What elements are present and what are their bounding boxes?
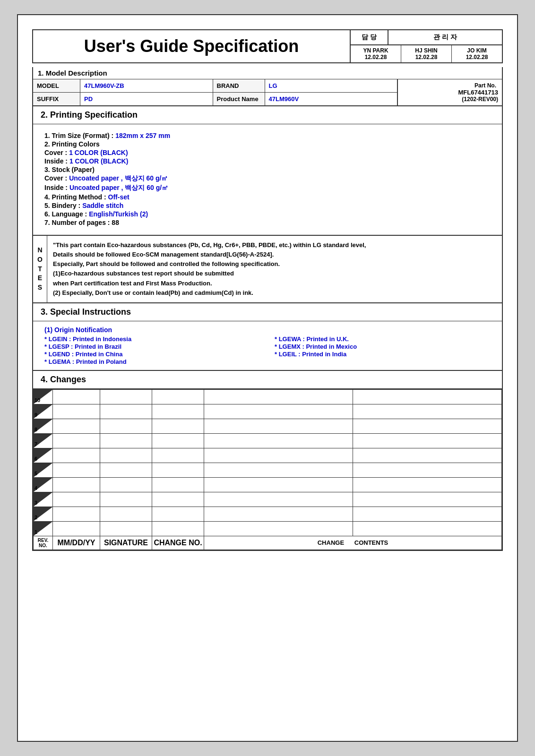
- contents-cell: [353, 463, 501, 477]
- table-row: 5: [34, 463, 502, 477]
- date-cell: [53, 463, 100, 477]
- model-section: 1. Model Description MODEL 47LM960V-ZB B…: [32, 67, 503, 106]
- chgno-cell: [152, 492, 204, 507]
- notes-line: when Part certification test and First M…: [53, 279, 496, 288]
- notes-line: Especially, Part should be followed and …: [53, 259, 496, 269]
- chgno-cell: [152, 433, 204, 448]
- model-label: MODEL: [33, 79, 80, 92]
- rev-cell: 10: [34, 389, 53, 404]
- rev-cell: 8: [34, 419, 53, 433]
- special-item: * LGEIN : Printed in Indonesia: [44, 335, 260, 343]
- footer-chgno: CHANGE NO.: [152, 536, 204, 550]
- date-cell: [53, 507, 100, 521]
- table-row: 6: [34, 448, 502, 463]
- rev-number: 8: [35, 427, 37, 432]
- special-item: * LGEND : Printed in China: [44, 351, 260, 358]
- contents-cell: [353, 433, 501, 448]
- sig-cell: [100, 521, 152, 536]
- special-item: * LGEIL : Printed in India: [275, 351, 491, 358]
- chgno-cell: [152, 507, 204, 521]
- special-item: * LGEMA : Printed in Poland: [44, 358, 260, 365]
- sig-cell: [100, 419, 152, 433]
- print-spec-line: 4. Printing Method : Off-set: [44, 193, 491, 201]
- special-content: (1) Origin Notification * LGEIN : Printe…: [33, 321, 502, 370]
- rev-number: 7: [35, 441, 37, 447]
- manager-cell: JO KIM12.02.28: [452, 45, 502, 62]
- chgno-cell: [152, 419, 204, 433]
- rev-cell: 6: [34, 448, 53, 463]
- rev-cell: 9: [34, 404, 53, 419]
- table-row: 9: [34, 404, 502, 419]
- notes-section: N O T E S "This part contain Eco-hazardo…: [32, 236, 503, 303]
- header-right: 담 당 관 리 자 YN PARK12.02.28HJ SHIN12.02.28…: [351, 30, 502, 62]
- change-cell: [204, 448, 353, 463]
- sig-cell: [100, 492, 152, 507]
- footer-date: MM/DD/YY: [53, 536, 100, 550]
- print-spec-line: 3. Stock (Paper): [44, 166, 491, 173]
- table-row: 3: [34, 492, 502, 507]
- change-cell: [204, 521, 353, 536]
- date-cell: [53, 521, 100, 536]
- header-manager-row: YN PARK12.02.28HJ SHIN12.02.28JO KIM12.0…: [351, 45, 502, 62]
- sig-cell: [100, 433, 152, 448]
- suffix-label: SUFFIX: [33, 93, 80, 105]
- rev-cell: 4: [34, 477, 53, 492]
- brand-label: BRAND: [213, 79, 265, 92]
- print-spec-line: 2. Printing Colors: [44, 140, 491, 148]
- section4-header: 4. Changes: [33, 371, 502, 389]
- changes-footer: REV. NO. MM/DD/YY SIGNATURE CHANGE NO. C…: [34, 536, 502, 550]
- changes-table: 10 9 8 7 6 5 4 3 2 1 REV. NO. MM/DD/YY S…: [33, 389, 502, 550]
- chgno-cell: [152, 448, 204, 463]
- rev-cell: 5: [34, 463, 53, 477]
- product-label: Product Name: [213, 93, 265, 105]
- print-spec-value: Uncoated paper , 백상지 60 g/㎡: [69, 184, 168, 191]
- change-cell: [204, 492, 353, 507]
- changes-tbody: 10 9 8 7 6 5 4 3 2 1: [34, 389, 502, 536]
- print-spec-value: 1 COLOR (BLACK): [69, 157, 128, 165]
- print-spec-line: 5. Bindery : Saddle stitch: [44, 202, 491, 209]
- section3-header: 3. Special Instructions: [33, 303, 502, 321]
- page: User's Guide Specification 담 당 관 리 자 YN …: [17, 14, 518, 742]
- print-spec-value: 182mm x 257 mm: [115, 132, 170, 139]
- notes-line: Details should be followed Eco-SCM manag…: [53, 250, 496, 259]
- brand-value: LG: [265, 79, 397, 92]
- change-cell: [204, 477, 353, 492]
- print-spec-line: Cover : Uncoated paper , 백상지 60 g/㎡: [44, 174, 491, 183]
- footer-contents: CONTENTS: [354, 539, 388, 546]
- part-no-sub: (1202-REV00): [462, 96, 498, 103]
- date-cell: [53, 492, 100, 507]
- special-section: 3. Special Instructions (1) Origin Notif…: [32, 303, 503, 371]
- date-cell: [53, 404, 100, 419]
- sig-cell: [100, 507, 152, 521]
- contents-cell: [353, 419, 501, 433]
- rev-number: 1: [35, 529, 37, 535]
- contents-cell: [353, 404, 501, 419]
- date-cell: [53, 389, 100, 404]
- change-cell: [204, 404, 353, 419]
- rev-number: 6: [35, 456, 37, 462]
- change-cell: [204, 389, 353, 404]
- print-spec-line: 1. Trim Size (Format) : 182mm x 257 mm: [44, 132, 491, 139]
- special-item: * LGESP : Printed in Brazil: [44, 343, 260, 350]
- print-spec-line: 7. Number of pages : 88: [44, 219, 491, 226]
- sig-cell: [100, 463, 152, 477]
- print-spec-line: Inside : Uncoated paper , 백상지 60 g/㎡: [44, 184, 491, 192]
- sig-cell: [100, 389, 152, 404]
- date-cell: [53, 433, 100, 448]
- rev-number: 2: [35, 515, 37, 520]
- print-spec-line: Cover : 1 COLOR (BLACK): [44, 149, 491, 156]
- header-manager-label: 담 당: [351, 30, 388, 44]
- header-top-row: 담 당 관 리 자: [351, 30, 502, 45]
- chgno-cell: [152, 521, 204, 536]
- part-no-label: Part No.: [475, 82, 498, 89]
- part-no-value: MFL67441713: [458, 89, 498, 96]
- section1-title: 1. Model Description: [38, 69, 107, 77]
- product-value: 47LM960V: [265, 93, 397, 105]
- special-grid: * LGEIN : Printed in Indonesia* LGEWA : …: [44, 335, 491, 365]
- notes-label: N O T E S: [37, 246, 43, 292]
- special-item: * LGEWA : Printed in U.K.: [275, 335, 491, 343]
- manager-name: YN PARK: [352, 47, 400, 54]
- header-supervisor-label: 관 리 자: [388, 30, 502, 44]
- rev-number: 10: [35, 397, 40, 403]
- model-table: MODEL 47LM960V-ZB BRAND LG SUFFIX PD Pro…: [33, 79, 502, 105]
